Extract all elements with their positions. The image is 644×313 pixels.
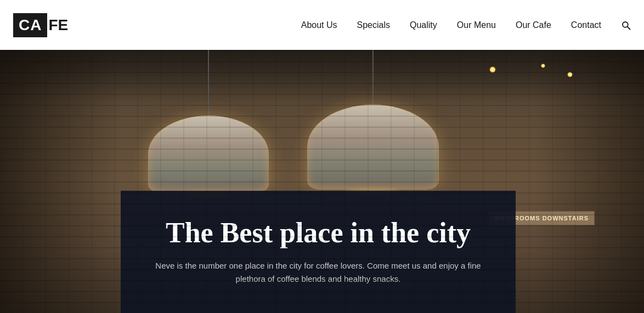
hero-background: WASHROOMS DOWNSTAIRS The Best place in t… — [0, 50, 644, 313]
logo[interactable]: CA FE — [13, 13, 68, 37]
site-header: CA FE About Us Specials Quality Our Menu… — [0, 0, 644, 50]
hero-subtitle: Neve is the number one place in the city… — [148, 259, 488, 286]
nav-contact[interactable]: Contact — [571, 20, 601, 30]
nav-our-cafe[interactable]: Our Cafe — [516, 20, 551, 30]
hero-title: The Best place in the city — [148, 217, 488, 248]
hero-section: WASHROOMS DOWNSTAIRS The Best place in t… — [0, 50, 644, 313]
logo-highlight: CA — [13, 13, 47, 37]
lamp-shade-right — [307, 105, 439, 190]
washrooms-sign: WASHROOMS DOWNSTAIRS — [488, 211, 595, 225]
search-icon — [621, 20, 631, 30]
nav-specials[interactable]: Specials — [357, 20, 390, 30]
lamp-shade-left — [148, 116, 269, 192]
svg-line-1 — [628, 26, 630, 29]
left-vignette — [0, 50, 121, 313]
hanging-lamp-right — [307, 50, 439, 190]
lamp-cord-right — [372, 50, 374, 105]
small-light-3 — [541, 64, 545, 68]
nav-quality[interactable]: Quality — [410, 20, 437, 30]
nav-about-us[interactable]: About Us — [301, 20, 337, 30]
small-light-1 — [489, 66, 496, 73]
hero-overlay: The Best place in the city Neve is the n… — [121, 191, 516, 313]
right-vignette — [534, 50, 644, 313]
search-button[interactable] — [621, 20, 631, 30]
main-nav: About Us Specials Quality Our Menu Our C… — [301, 20, 631, 30]
small-light-2 — [567, 72, 573, 77]
nav-our-menu[interactable]: Our Menu — [457, 20, 496, 30]
logo-rest: FE — [48, 16, 68, 34]
lamp-cord-left — [208, 50, 209, 116]
top-vignette — [0, 50, 644, 105]
hanging-lamp-left — [148, 50, 269, 192]
